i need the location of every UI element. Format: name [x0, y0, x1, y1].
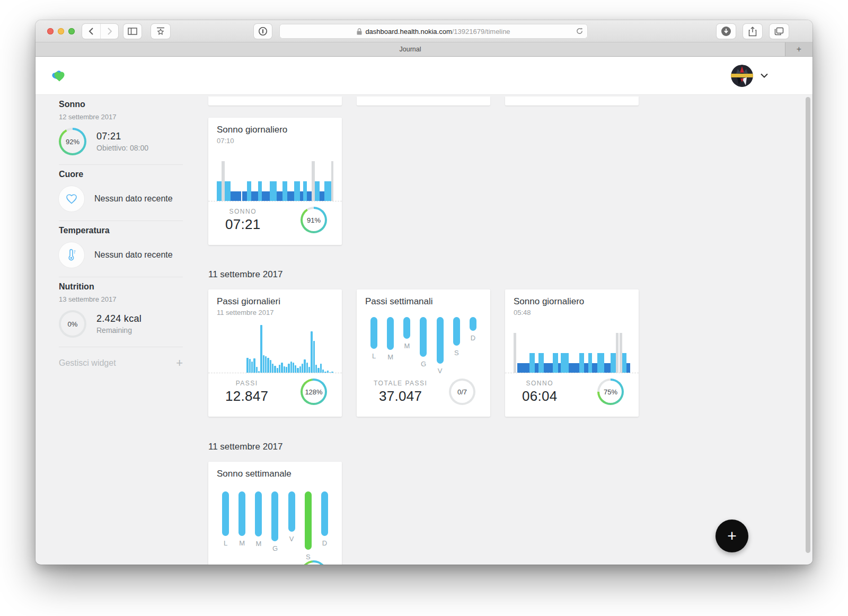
- forward-icon: [107, 28, 112, 35]
- progress-ring: 0/7: [449, 379, 475, 405]
- url-host: dashboard.health.nokia.com: [365, 28, 452, 36]
- metric-label: TOTALE PASSI: [374, 380, 427, 387]
- scrollbar-thumb[interactable]: [806, 97, 810, 553]
- browser-window: dashboard.health.nokia.com/13921679/time…: [36, 20, 812, 565]
- lock-icon: [357, 28, 362, 35]
- widget-date: 13 settembre 2017: [59, 295, 183, 303]
- window-controls: [47, 28, 75, 34]
- sidebar-item-cuore[interactable]: Cuore Nessun dato recente: [59, 165, 183, 221]
- browser-toolbar: dashboard.health.nokia.com/13921679/time…: [36, 20, 812, 42]
- metric-value: 07:21: [225, 216, 261, 233]
- plus-icon: +: [727, 527, 737, 545]
- health-mate-logo: [50, 67, 68, 84]
- sidebar-item-nutrition[interactable]: Nutrition 13 settembre 2017 0% 2.424 kca…: [59, 277, 183, 347]
- new-tab-plus: +: [797, 45, 801, 54]
- timeline: Sonno giornaliero 07:10 SONNO 07:21 91% …: [208, 95, 639, 564]
- account-menu-button[interactable]: [761, 73, 768, 78]
- ring-value: [301, 560, 327, 565]
- partial-card: [505, 96, 639, 105]
- tabs-icon: [774, 27, 784, 36]
- progress-ring: 91%: [301, 207, 327, 233]
- downloads-button[interactable]: [717, 24, 736, 39]
- sleep-goal: Obiettivo: 08:00: [96, 144, 148, 152]
- widget-title: Cuore: [59, 170, 183, 179]
- card-subtitle: 11 settembre 2017: [217, 309, 273, 316]
- avatar[interactable]: [731, 65, 753, 87]
- ring-value: 0/7: [449, 379, 475, 405]
- extension-button[interactable]: [254, 24, 272, 39]
- toolbar-right-buttons: [717, 24, 789, 39]
- minimize-window-button[interactable]: [58, 28, 64, 34]
- zoom-window-button[interactable]: [68, 28, 75, 34]
- weekly-steps-chart: LMMGVSD: [370, 317, 476, 375]
- partial-card: [357, 96, 490, 105]
- progress-ring: 128%: [301, 379, 327, 405]
- new-tab-button[interactable]: +: [785, 42, 812, 56]
- close-window-button[interactable]: [47, 28, 54, 34]
- favorites-bar-button[interactable]: [151, 24, 170, 39]
- sidebar-icon: [128, 28, 137, 35]
- card-sonno-settimanale[interactable]: Sonno settimanale LMMGVSD MEDIA: [208, 462, 342, 565]
- favorites-star-icon: [156, 27, 165, 36]
- extension-icon: [258, 27, 268, 36]
- nutrition-progress-ring: 0%: [59, 310, 86, 338]
- tab-title: Journal: [400, 46, 421, 53]
- dashboard-page: Sonno 12 settembre 2017 92% 07:21 Obiett…: [36, 57, 812, 564]
- widget-status: Nessun dato recente: [94, 250, 173, 260]
- page-header: [36, 57, 812, 95]
- address-bar[interactable]: dashboard.health.nokia.com/13921679/time…: [279, 24, 588, 39]
- widget-title: Nutrition: [59, 282, 183, 292]
- card-title: Sonno settimanale: [217, 469, 292, 479]
- reload-icon: [576, 27, 584, 35]
- card-subtitle: 05:48: [514, 309, 531, 316]
- card-subtitle: 07:10: [217, 137, 234, 145]
- avatar-image: [731, 65, 753, 87]
- card-title: Sonno giornaliero: [217, 125, 287, 135]
- ring-value: 128%: [301, 379, 327, 405]
- sleep-progress-ring: 92%: [59, 128, 86, 155]
- forward-button[interactable]: [100, 24, 118, 39]
- ring-value: 91%: [301, 207, 327, 233]
- share-button[interactable]: [743, 24, 762, 39]
- share-icon: [748, 27, 757, 37]
- toggle-sidebar-button[interactable]: [123, 24, 142, 39]
- widget-date: 12 settembre 2017: [59, 113, 183, 121]
- heart-icon: [59, 186, 84, 212]
- back-icon: [89, 28, 94, 35]
- sleep-hypnogram-chart: [505, 330, 639, 373]
- add-entry-fab[interactable]: +: [716, 520, 748, 552]
- metric-value: 06:04: [522, 388, 558, 404]
- tab-bar: Journal +: [36, 42, 812, 57]
- card-sonno-giornaliero-1[interactable]: Sonno giornaliero 07:10 SONNO 07:21 91%: [208, 118, 342, 245]
- card-title: Passi settimanali: [365, 296, 433, 307]
- daily-steps-chart: [208, 322, 342, 373]
- reload-button[interactable]: [576, 27, 584, 35]
- card-sonno-giornaliero-2[interactable]: Sonno giornaliero 05:48 SONNO 06:04 75%: [505, 289, 639, 417]
- ring-value: 92%: [59, 128, 86, 155]
- metric-value: 37.047: [379, 388, 422, 404]
- card-passi-settimanali[interactable]: Passi settimanali LMMGVSD TOTALE PASSI 3…: [357, 289, 490, 417]
- ring-value: 0%: [59, 310, 86, 338]
- sidebar-item-temperatura[interactable]: Temperatura Nessun dato recente: [59, 221, 183, 277]
- partial-cards-row: [208, 96, 639, 105]
- card-passi-giornalieri[interactable]: Passi giornalieri 11 settembre 2017 PASS…: [208, 289, 342, 417]
- nav-buttons: [82, 24, 118, 39]
- widget-title: Temperatura: [59, 226, 183, 235]
- ring-value: 75%: [597, 379, 624, 405]
- back-button[interactable]: [82, 24, 100, 39]
- sidebar-item-sonno[interactable]: Sonno 12 settembre 2017 92% 07:21 Obiett…: [59, 95, 183, 165]
- page-content: Sonno 12 settembre 2017 92% 07:21 Obiett…: [36, 95, 812, 564]
- progress-ring: 75%: [597, 379, 624, 405]
- metric-label: SONNO: [526, 380, 554, 387]
- partial-card: [208, 96, 342, 105]
- chevron-down-icon: [761, 73, 768, 78]
- download-icon: [721, 26, 731, 37]
- card-title: Sonno giornaliero: [514, 296, 584, 307]
- tab-overview-button[interactable]: [770, 24, 789, 39]
- calories-value: 2.424 kcal: [96, 313, 142, 324]
- widget-title: Sonno: [59, 100, 183, 109]
- date-section-heading: 11 settembre 2017: [208, 442, 639, 452]
- manage-widgets-button[interactable]: Gestisci widget +: [59, 356, 183, 370]
- thermometer-icon: [59, 242, 84, 268]
- tab-journal[interactable]: Journal: [36, 42, 785, 56]
